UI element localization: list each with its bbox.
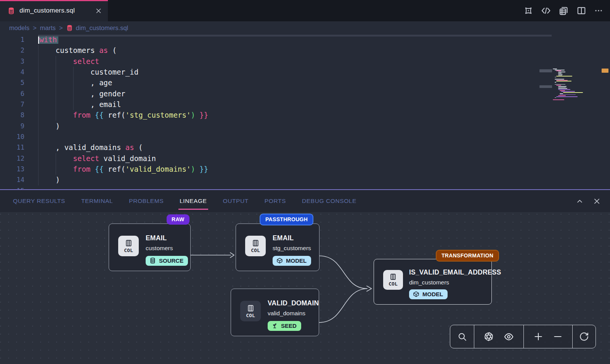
- edge-arrowhead: [367, 286, 372, 291]
- edge-seed-to-dim: [319, 289, 367, 322]
- tab-dim-customers-sql[interactable]: dim_customers.sql: [0, 0, 108, 21]
- badge-label: MODEL: [286, 257, 307, 264]
- line-number: 14: [0, 174, 38, 185]
- refresh-icon[interactable]: [579, 332, 589, 342]
- node-model-name: customers: [146, 245, 188, 252]
- tag-transformation: TRANSFORMATION: [436, 250, 499, 262]
- node-column-name: EMAIL: [146, 234, 188, 242]
- lineage-node-customers[interactable]: COL EMAIL customers SOURCE: [109, 224, 191, 271]
- panel-tab-lineage[interactable]: LINEAGE: [180, 190, 207, 212]
- lineage-node-valid-domains[interactable]: COL VALID_DOMAIN valid_domains SEED: [231, 289, 319, 336]
- column-chip: COL: [240, 301, 261, 321]
- editor-line: 8 from {{ ref('stg_customers') }}: [0, 110, 610, 120]
- node-model-name: dim_customers: [409, 279, 501, 286]
- editor-actions: [523, 0, 603, 21]
- col-label: COL: [251, 247, 260, 253]
- column-chip: COL: [118, 236, 139, 256]
- minimap-decoration: [539, 85, 552, 88]
- minimap-line: [558, 89, 570, 90]
- minimap-line: [553, 99, 564, 100]
- minimap-line: [558, 87, 566, 88]
- panel-tab-ports[interactable]: PORTS: [265, 190, 286, 212]
- panel-tab-terminal[interactable]: TERMINAL: [81, 190, 113, 212]
- lineage-node-dim-customers[interactable]: COL IS_VALID_EMAIL_ADDRESS dim_customers…: [374, 259, 492, 305]
- extension-logo-icon[interactable]: [523, 6, 533, 16]
- close-panel-icon[interactable]: [593, 197, 601, 205]
- code-text: customers as (: [38, 45, 117, 56]
- tag-raw: RAW: [167, 214, 189, 225]
- panel-tab-debug-console[interactable]: DEBUG CONSOLE: [302, 190, 356, 212]
- minimap-line: [553, 69, 557, 69]
- minimap-line: [563, 92, 583, 93]
- database-icon: [8, 7, 15, 14]
- line-number: 15: [0, 185, 38, 189]
- seed-badge: SEED: [268, 321, 301, 331]
- indent-guide: [56, 153, 56, 175]
- editor-line: 13 from {{ ref('valid_domains') }}: [0, 164, 610, 174]
- database-icon: [149, 257, 156, 264]
- col-label: COL: [246, 313, 255, 318]
- breadcrumb-file[interactable]: dim_customers.sql: [76, 24, 128, 32]
- code-icon[interactable]: [541, 6, 551, 16]
- code-text: ): [38, 174, 60, 185]
- split-editor-icon[interactable]: [576, 6, 586, 16]
- columns-icon: [389, 273, 397, 281]
- more-actions-icon[interactable]: [594, 6, 603, 15]
- node-column-name: EMAIL: [273, 234, 311, 242]
- editor-lines: 1with2 customers as (3 select4 customer_…: [0, 34, 610, 189]
- panel-tab-query-results[interactable]: QUERY RESULTS: [13, 190, 65, 212]
- columns-icon: [125, 239, 133, 247]
- ide-window: dim_customers.sql models >: [0, 0, 610, 364]
- sprout-icon: [271, 322, 278, 329]
- code-text: from {{ ref('stg_customers') }}: [38, 110, 208, 120]
- lineage-canvas[interactable]: RAW COL EMAIL customers SOURCE PASSTHROU…: [0, 212, 610, 364]
- code-text: , gender: [38, 88, 125, 99]
- scrollbar-change-marker: [602, 69, 608, 73]
- maximize-panel-chevron-icon[interactable]: [576, 197, 584, 205]
- breadcrumb-marts[interactable]: marts: [40, 24, 56, 32]
- columns-icon: [247, 304, 255, 312]
- node-model-name: valid_domains: [268, 310, 319, 317]
- minimap-line: [558, 95, 566, 96]
- panel-tab-output[interactable]: OUTPUT: [223, 190, 249, 212]
- search-icon[interactable]: [458, 332, 467, 342]
- code-text: ): [38, 121, 60, 131]
- editor-line: 14 ): [0, 174, 610, 185]
- aperture-icon[interactable]: [484, 332, 494, 342]
- minimap[interactable]: [539, 67, 610, 103]
- minimap-line: [556, 76, 572, 77]
- column-chip: COL: [383, 270, 403, 290]
- query-results-table-icon[interactable]: [559, 6, 569, 16]
- minimap-line: [556, 96, 578, 97]
- code-editor[interactable]: 1with2 customers as (3 select4 customer_…: [0, 34, 610, 189]
- eye-icon[interactable]: [504, 332, 514, 342]
- line-number: 1: [0, 34, 38, 45]
- panel-header-actions: [576, 190, 601, 212]
- columns-icon: [252, 239, 260, 247]
- editor-line: 6 , gender: [0, 88, 610, 99]
- lineage-node-stg-customers[interactable]: COL EMAIL stg_customers MODEL: [236, 224, 319, 271]
- editor-line: 15: [0, 185, 610, 189]
- editor-top-shadow: [38, 35, 552, 37]
- indent-guide: [56, 56, 56, 121]
- panel-tab-problems[interactable]: PROBLEMS: [129, 190, 164, 212]
- editor-line: 12 select valid_domain: [0, 153, 610, 164]
- col-label: COL: [124, 247, 133, 253]
- minimap-line: [555, 82, 556, 83]
- database-icon: [66, 25, 73, 31]
- minimap-line: [560, 94, 576, 95]
- line-number: 8: [0, 110, 38, 120]
- zoom-in-icon[interactable]: [533, 332, 543, 342]
- line-number: 2: [0, 45, 38, 56]
- zoom-out-icon[interactable]: [553, 332, 563, 342]
- line-number: 12: [0, 153, 38, 164]
- editor-line: 4 customer_id: [0, 67, 610, 77]
- editor-line: 7 , email: [0, 99, 610, 110]
- tab-title: dim_customers.sql: [19, 7, 75, 14]
- line-number: 10: [0, 131, 38, 142]
- tab-close-icon[interactable]: [95, 8, 102, 14]
- breadcrumb-models[interactable]: models: [9, 24, 29, 32]
- line-number: 6: [0, 88, 38, 99]
- node-model-name: stg_customers: [273, 245, 311, 252]
- line-number: 9: [0, 121, 38, 131]
